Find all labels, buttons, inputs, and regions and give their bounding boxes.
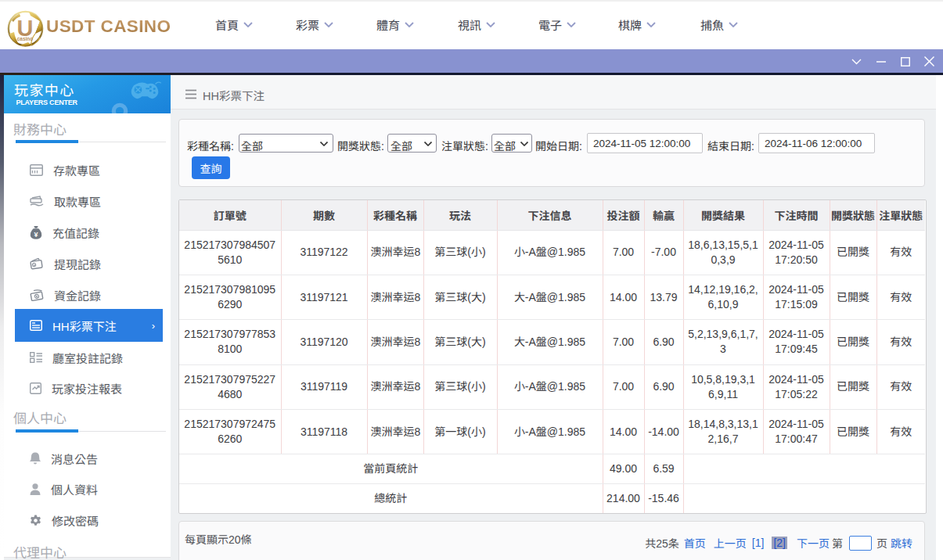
svg-text:casino: casino [17,36,34,41]
svg-text:¥: ¥ [34,230,38,238]
